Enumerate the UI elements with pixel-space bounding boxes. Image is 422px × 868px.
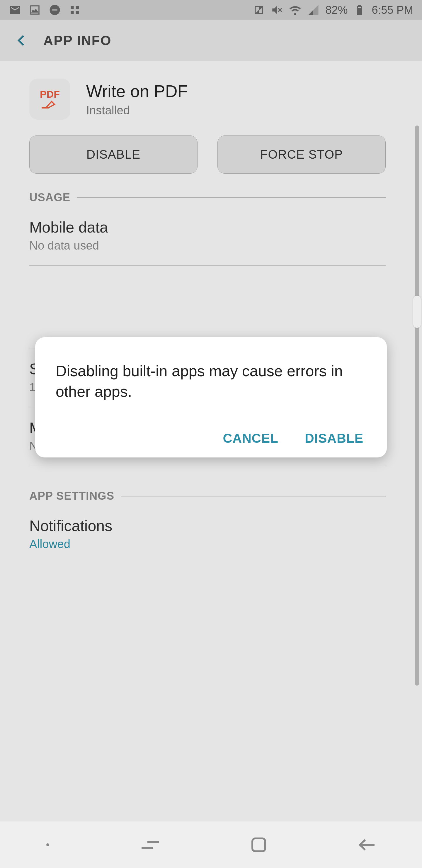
svg-rect-1: [252, 838, 265, 851]
svg-point-0: [46, 843, 49, 846]
nav-dot-icon: [45, 842, 51, 848]
dialog-message: Disabling built-in apps may cause errors…: [56, 361, 366, 402]
nav-bar: [0, 821, 422, 868]
home-icon[interactable]: [250, 836, 267, 854]
recents-icon[interactable]: [140, 837, 161, 852]
dialog-cancel-button[interactable]: CANCEL: [223, 431, 279, 446]
back-nav-icon[interactable]: [357, 837, 378, 852]
dialog-disable-button[interactable]: DISABLE: [305, 431, 363, 446]
dialog: Disabling built-in apps may cause errors…: [35, 337, 387, 458]
